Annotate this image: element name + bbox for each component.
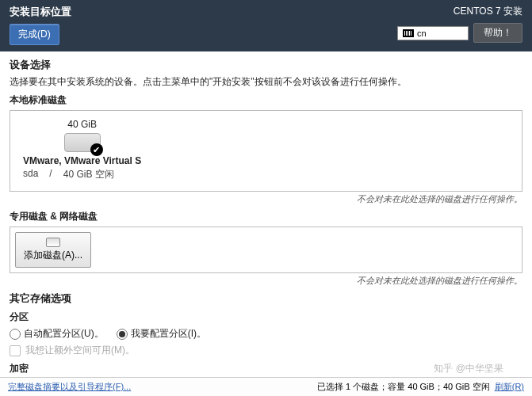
checkbox-extra-space: 我想让额外空间可用(M)。 [10, 344, 135, 357]
special-disks-label: 专用磁盘 & 网络磁盘 [10, 210, 522, 223]
other-storage-title: 其它存储选项 [10, 291, 522, 306]
add-disk-icon [46, 238, 60, 247]
keyboard-layout: cn [417, 29, 427, 38]
disk-sep: / [49, 168, 52, 181]
special-hint: 不会对未在此处选择的磁盘进行任何操作。 [10, 275, 522, 287]
refresh-link[interactable]: 刷新(R) [495, 382, 524, 391]
checkbox-icon [10, 345, 21, 356]
page-title: 安装目标位置 [10, 5, 71, 19]
add-disk-label: 添加磁盘(A)... [24, 249, 82, 262]
disk-id: sda [23, 168, 38, 181]
device-select-desc: 选择要在其中安装系统的设备。点击主菜单中的"开始安装"按钮前不会对该设备进行任何… [10, 75, 522, 89]
selection-status: 已选择 1 个磁盘；容量 40 GiB；40 GiB 空闲 [317, 382, 490, 391]
check-icon: ✔ [90, 143, 103, 156]
installer-label: CENTOS 7 安装 [454, 5, 522, 18]
keyboard-selector[interactable]: cn [397, 26, 469, 40]
partition-label: 分区 [10, 310, 522, 324]
device-select-title: 设备选择 [10, 58, 522, 72]
done-button[interactable]: 完成(D) [10, 24, 59, 45]
special-disks-frame: 添加磁盘(A)... [10, 227, 522, 273]
radio-manual-partition[interactable]: 我要配置分区(I)。 [117, 327, 206, 341]
disk-summary-link[interactable]: 完整磁盘摘要以及引导程序(F)... [8, 381, 131, 393]
radio-auto-partition[interactable]: 自动配置分区(U)。 [10, 327, 104, 341]
disk-name: VMware, VMware Virtual S [23, 155, 141, 166]
local-disks-frame: 40 GiB ✔ VMware, VMware Virtual S sda / … [10, 110, 522, 192]
local-hint: 不会对未在此处选择的磁盘进行任何操作。 [10, 193, 522, 205]
radio-icon-selected [117, 329, 128, 340]
local-disks-label: 本地标准磁盘 [10, 93, 522, 107]
disk-free: 40 GiB 空闲 [63, 168, 114, 181]
watermark: 知乎 @中华坚果 [429, 360, 508, 377]
title-bar: 安装目标位置 完成(D) CENTOS 7 安装 cn 帮助！ [0, 0, 532, 51]
disk-size: 40 GiB [23, 119, 141, 130]
bottom-bar: 完整磁盘摘要以及引导程序(F)... 已选择 1 个磁盘；容量 40 GiB；4… [0, 377, 532, 396]
radio-icon [10, 329, 21, 340]
hard-disk-icon: ✔ [64, 133, 101, 152]
keyboard-icon [403, 29, 414, 37]
add-disk-button[interactable]: 添加磁盘(A)... [15, 232, 91, 268]
disk-item[interactable]: 40 GiB ✔ VMware, VMware Virtual S sda / … [18, 117, 146, 183]
help-button[interactable]: 帮助！ [473, 23, 522, 43]
